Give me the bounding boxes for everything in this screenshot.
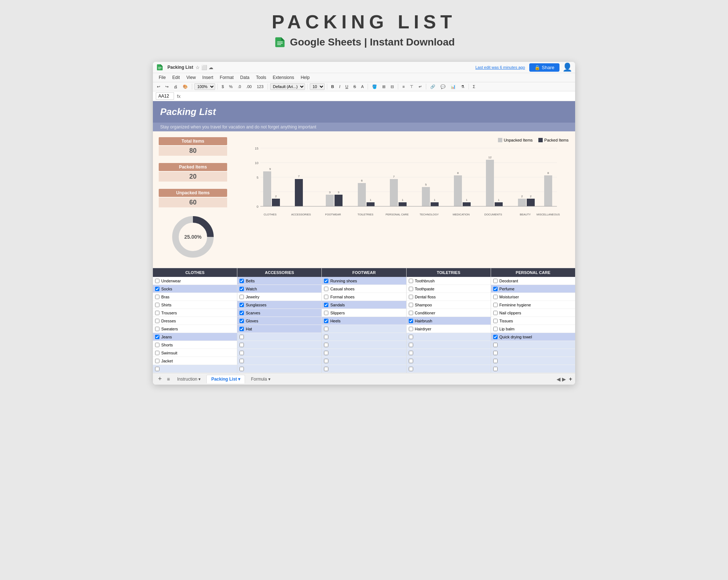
checkbox-4-6[interactable] bbox=[493, 327, 498, 331]
checkbox-3-7[interactable] bbox=[409, 335, 413, 339]
folder-icon[interactable]: ⬜ bbox=[201, 65, 207, 70]
checkbox-3-0[interactable] bbox=[409, 279, 413, 283]
paint-format-button[interactable]: 🎨 bbox=[181, 84, 190, 90]
checkbox-3-6[interactable] bbox=[409, 327, 413, 331]
checkbox-2-10[interactable] bbox=[324, 359, 328, 363]
checkbox-1-10[interactable] bbox=[240, 359, 244, 363]
checkbox-3-2[interactable] bbox=[409, 295, 413, 299]
checkbox-2-7[interactable] bbox=[324, 335, 328, 339]
scroll-left-icon[interactable]: ◀ bbox=[557, 376, 561, 382]
checkbox-1-6[interactable] bbox=[240, 327, 244, 331]
checkbox-1-7[interactable] bbox=[240, 335, 244, 339]
checkbox-4-10[interactable] bbox=[493, 359, 498, 363]
checkbox-3-1[interactable] bbox=[409, 287, 413, 291]
font-size-select[interactable]: 10 bbox=[310, 83, 325, 90]
cell-reference[interactable]: AA12 bbox=[156, 92, 174, 100]
menu-insert[interactable]: Insert bbox=[199, 74, 216, 81]
checkbox-2-4[interactable] bbox=[324, 311, 328, 315]
checkbox-2-9[interactable] bbox=[324, 351, 328, 355]
menu-view[interactable]: View bbox=[183, 74, 199, 81]
checkbox-2-5[interactable] bbox=[324, 319, 328, 323]
checkbox-0-10[interactable] bbox=[155, 359, 159, 363]
checkbox-4-8[interactable] bbox=[493, 343, 498, 347]
menu-help[interactable]: Help bbox=[298, 74, 313, 81]
format-123-button[interactable]: 123 bbox=[255, 84, 265, 90]
checkbox-4-2[interactable] bbox=[493, 295, 498, 299]
valign-button[interactable]: ⊤ bbox=[408, 84, 415, 90]
star-icon[interactable]: ☆ bbox=[195, 65, 200, 70]
checkbox-4-4[interactable] bbox=[493, 311, 498, 315]
checkbox-4-9[interactable] bbox=[493, 351, 498, 355]
checkbox-0-5[interactable] bbox=[155, 319, 159, 323]
checkbox-3-8[interactable] bbox=[409, 343, 413, 347]
borders-button[interactable]: ⊞ bbox=[380, 84, 387, 90]
bold-button[interactable]: B bbox=[329, 84, 336, 90]
checkbox-1-2[interactable] bbox=[240, 295, 244, 299]
chart-button[interactable]: 📊 bbox=[449, 84, 458, 90]
checkbox-3-11[interactable] bbox=[409, 367, 413, 371]
checkbox-1-11[interactable] bbox=[240, 367, 244, 371]
checkbox-3-5[interactable] bbox=[409, 319, 413, 323]
checkbox-1-4[interactable] bbox=[240, 311, 244, 315]
checkbox-1-3[interactable] bbox=[240, 303, 244, 307]
checkbox-4-7[interactable] bbox=[493, 335, 498, 339]
currency-button[interactable]: $ bbox=[220, 84, 226, 90]
cloud-icon[interactable]: ☁ bbox=[209, 65, 213, 70]
wrap-button[interactable]: ↵ bbox=[417, 84, 424, 90]
checkbox-3-10[interactable] bbox=[409, 359, 413, 363]
menu-extensions[interactable]: Extensions bbox=[270, 74, 297, 81]
menu-format[interactable]: Format bbox=[217, 74, 237, 81]
checkbox-1-9[interactable] bbox=[240, 351, 244, 355]
checkbox-0-0[interactable] bbox=[155, 279, 159, 283]
doc-title[interactable]: Packing List bbox=[167, 65, 193, 70]
checkbox-1-0[interactable] bbox=[240, 279, 244, 283]
align-button[interactable]: ≡ bbox=[400, 84, 406, 90]
checkbox-0-8[interactable] bbox=[155, 343, 159, 347]
checkbox-2-2[interactable] bbox=[324, 295, 328, 299]
checkbox-0-9[interactable] bbox=[155, 351, 159, 355]
checkbox-0-3[interactable] bbox=[155, 303, 159, 307]
checkbox-1-5[interactable] bbox=[240, 319, 244, 323]
undo-button[interactable]: ↩ bbox=[155, 84, 162, 90]
checkbox-2-11[interactable] bbox=[324, 367, 328, 371]
scroll-right-icon[interactable]: ▶ bbox=[562, 376, 566, 382]
menu-data[interactable]: Data bbox=[237, 74, 252, 81]
menu-edit[interactable]: Edit bbox=[169, 74, 183, 81]
checkbox-2-6[interactable] bbox=[324, 327, 328, 331]
checkbox-3-3[interactable] bbox=[409, 303, 413, 307]
checkbox-3-4[interactable] bbox=[409, 311, 413, 315]
link-button[interactable]: 🔗 bbox=[428, 84, 437, 90]
fill-color-button[interactable]: 🪣 bbox=[370, 84, 379, 90]
checkbox-0-1[interactable] bbox=[155, 287, 159, 291]
checkbox-0-4[interactable] bbox=[155, 311, 159, 315]
share-button[interactable]: 🔒 Share bbox=[529, 63, 559, 72]
zoom-select[interactable]: 100% bbox=[194, 83, 215, 90]
underline-button[interactable]: U bbox=[344, 84, 350, 90]
decimal-more-button[interactable]: .00 bbox=[244, 84, 253, 90]
percent-button[interactable]: % bbox=[227, 84, 234, 90]
checkbox-2-1[interactable] bbox=[324, 287, 328, 291]
add-sheet-right-button[interactable]: + bbox=[569, 376, 572, 382]
checkbox-4-5[interactable] bbox=[493, 319, 498, 323]
checkbox-0-2[interactable] bbox=[155, 295, 159, 299]
checkbox-0-7[interactable] bbox=[155, 335, 159, 339]
strikethrough-button[interactable]: S bbox=[352, 84, 358, 90]
checkbox-0-11[interactable] bbox=[155, 367, 159, 371]
tab-instruction[interactable]: Instruction ▾ bbox=[173, 375, 205, 383]
merge-button[interactable]: ⊟ bbox=[389, 84, 396, 90]
filter-button[interactable]: ⚗ bbox=[459, 84, 466, 90]
checkbox-1-8[interactable] bbox=[240, 343, 244, 347]
checkbox-4-3[interactable] bbox=[493, 303, 498, 307]
checkbox-4-0[interactable] bbox=[493, 279, 498, 283]
font-color-button[interactable]: A bbox=[359, 84, 365, 90]
decimal-less-button[interactable]: .0 bbox=[236, 84, 243, 90]
tab-packing-list[interactable]: Packing List ▾ bbox=[206, 375, 245, 384]
print-button[interactable]: 🖨 bbox=[172, 84, 179, 90]
function-button[interactable]: Σ bbox=[471, 84, 477, 90]
add-sheet-button[interactable]: + bbox=[156, 375, 164, 383]
italic-button[interactable]: I bbox=[337, 84, 342, 90]
checkbox-3-9[interactable] bbox=[409, 351, 413, 355]
checkbox-4-1[interactable] bbox=[493, 287, 498, 291]
font-select[interactable]: Default (Ari...) bbox=[270, 83, 305, 90]
checkbox-2-3[interactable] bbox=[324, 303, 328, 307]
